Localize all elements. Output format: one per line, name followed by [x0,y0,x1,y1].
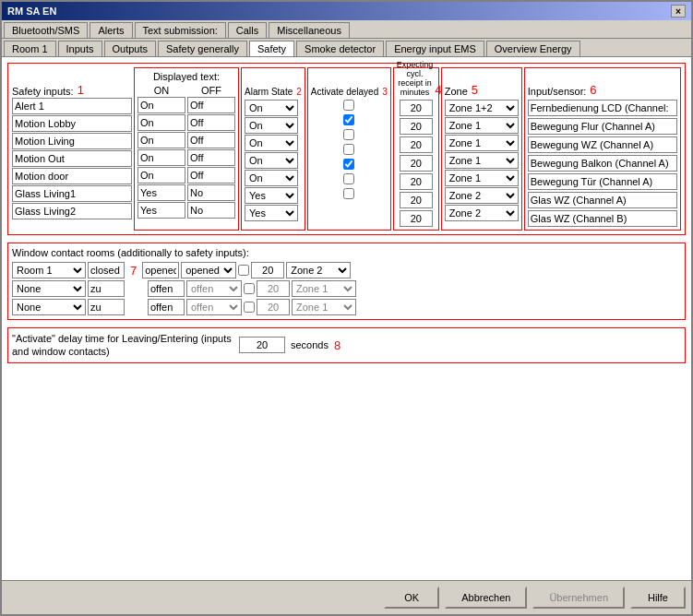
wc2-alarm[interactable]: offen [186,280,242,297]
delay-value[interactable] [239,337,285,353]
glass-living2-expect[interactable] [400,210,433,227]
motion-living-on[interactable] [137,132,185,148]
motion-out-off[interactable] [187,149,235,166]
wc-row1: Room 1 7 opened Zone 2 [12,262,681,278]
wc3-expect[interactable] [257,299,290,315]
wc1-expect[interactable] [251,262,284,278]
subtab-smoke-detector[interactable]: Smoke detector [296,41,384,56]
motion-living-activate[interactable] [343,129,354,140]
apply-button[interactable]: Übernehmen [532,586,625,609]
motion-living-expect[interactable] [400,136,433,153]
wc1-activate[interactable] [238,265,249,276]
num5-label: 5 [472,83,478,97]
delay-unit: seconds [291,339,329,350]
num1-label: 1 [78,83,84,97]
subtab-energy-input[interactable]: Energy input EMS [386,41,484,56]
motion-out-on[interactable] [137,149,185,166]
wc3-state2[interactable] [148,299,185,315]
tab-miscellaneous[interactable]: Miscellaneous [269,22,350,38]
sub-tab-bar: Room 1 Inputs Outputs Safety generally S… [2,39,691,57]
main-section: Safety inputs: 1 Alert 1 Motion Lobby Mo… [7,63,686,235]
glass-living1-off[interactable] [187,184,235,201]
wc2-zone[interactable]: Zone 1 [292,280,356,297]
tab-text-submission[interactable]: Text submission: [135,22,226,38]
glass-living1-zone[interactable]: Zone 2 [445,187,519,204]
safety-inputs-label: Safety inputs: [12,86,74,97]
subtab-inputs[interactable]: Inputs [58,41,102,56]
glass-living2-zone[interactable]: Zone 2 [445,205,519,221]
motion-door-expect[interactable] [400,173,433,190]
content-area: Safety inputs: 1 Alert 1 Motion Lobby Mo… [2,57,691,580]
motion-door-activate[interactable] [343,159,354,170]
wc3-activate[interactable] [244,302,255,313]
tab-bluetooth[interactable]: Bluetooth/SMS [4,22,88,38]
motion-lobby-expect[interactable] [400,118,433,135]
motion-lobby-off[interactable] [187,114,235,131]
zone-header: Zone [445,86,468,97]
wc3-zone[interactable]: Zone 1 [292,299,356,315]
subtab-safety-generally[interactable]: Safety generally [158,41,247,56]
wc1-state2[interactable] [142,262,179,278]
subtab-outputs[interactable]: Outputs [104,41,157,56]
motion-living-off[interactable] [187,132,235,148]
motion-out-zone[interactable]: Zone 1 [445,152,519,169]
ok-button[interactable]: OK [384,586,439,609]
glass-living1-alarm[interactable]: Yes [245,187,298,204]
motion-living-alarm[interactable]: On [245,135,298,151]
subtab-safety[interactable]: Safety [249,41,294,56]
motion-door-on[interactable] [137,167,185,184]
main-window: RM SA EN × Bluetooth/SMS Alerts Text sub… [0,0,693,616]
subtab-room1[interactable]: Room 1 [4,41,56,56]
glass-living1-activate[interactable] [343,173,354,184]
row-glass-living2-name: Glass Living2 [12,203,132,219]
motion-out-alarm[interactable]: On [245,152,298,169]
motion-door-zone[interactable]: Zone 1 [445,170,519,186]
cancel-button[interactable]: Abbrechen [445,586,527,609]
glass-living2-activate[interactable] [343,188,354,199]
row-motion-lobby-name: Motion Lobby [12,115,132,132]
alert1-off[interactable] [187,97,235,113]
glass-living1-on[interactable] [137,184,185,201]
wc1-alarm[interactable]: opened [181,262,236,278]
motion-lobby-activate[interactable] [343,114,354,125]
subtab-overview-energy[interactable]: Overview Energy [486,41,580,56]
activate-delayed-section: Activate delayed 3 [307,67,391,231]
motion-door-alarm[interactable]: On [245,170,298,186]
alert1-zone[interactable]: Zone 1+2 [445,100,519,116]
motion-lobby-zone[interactable]: Zone 1 [445,117,519,134]
wc1-zone[interactable]: Zone 2 [286,262,351,278]
wc2-state2[interactable] [148,280,185,297]
wc1-state1[interactable] [88,262,125,278]
motion-lobby-alarm[interactable]: On [245,117,298,134]
num6-label: 6 [590,83,596,97]
wc3-state1[interactable] [88,299,125,315]
wc3-alarm[interactable]: offen [186,299,242,315]
motion-out-expect[interactable] [400,155,433,172]
motion-out-activate[interactable] [343,144,354,155]
glass-living2-off[interactable] [187,202,235,219]
tab-alerts[interactable]: Alerts [90,22,132,38]
alert1-expect[interactable] [400,100,433,116]
wc2-room[interactable]: None [12,280,86,297]
motion-door-off[interactable] [187,167,235,184]
wc2-activate[interactable] [244,283,255,294]
window-title: RM SA EN [7,6,56,17]
window-contact-section: Window contact rooms (additionally to sa… [7,243,686,320]
alert1-alarm[interactable]: On [245,100,298,116]
alert1-activate[interactable] [343,100,354,111]
motion-door-sensor: Bewegung Tür (Channel A) [528,173,677,190]
delay-label: "Activate" delay time for Leaving/Enteri… [12,332,233,359]
tab-calls[interactable]: Calls [228,22,267,38]
help-button[interactable]: Hilfe [630,586,686,609]
wc3-room[interactable]: None [12,299,86,315]
motion-living-zone[interactable]: Zone 1 [445,135,519,151]
wc2-expect[interactable] [257,280,290,297]
glass-living2-on[interactable] [137,202,185,219]
close-button[interactable]: × [671,5,686,18]
glass-living1-expect[interactable] [400,192,433,208]
motion-lobby-on[interactable] [137,114,185,131]
alert1-on[interactable] [137,97,185,113]
glass-living2-alarm[interactable]: Yes [245,205,298,221]
wc1-room[interactable]: Room 1 [12,262,86,278]
wc2-state1[interactable] [88,280,125,297]
